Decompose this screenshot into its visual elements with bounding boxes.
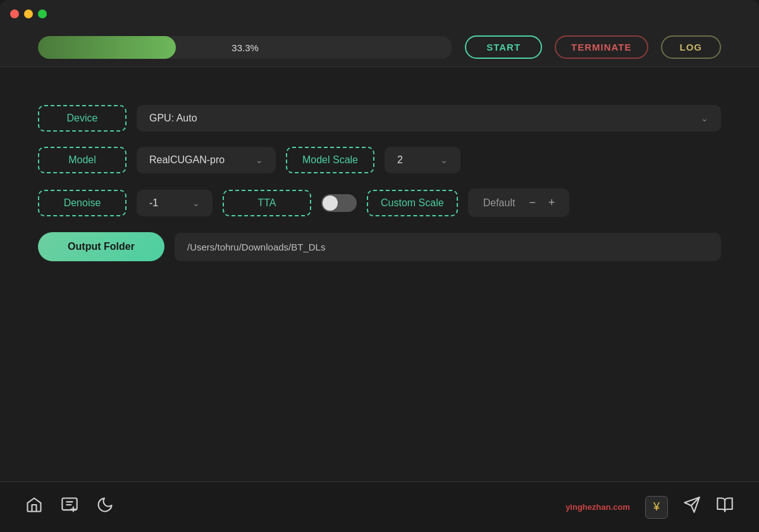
send-icon[interactable] <box>683 496 701 518</box>
custom-scale-value: Default <box>478 197 521 209</box>
progress-bar-container: 33.3% <box>38 36 452 59</box>
model-dropdown[interactable]: RealCUGAN-pro ⌄ <box>137 147 276 173</box>
close-button[interactable] <box>10 9 19 18</box>
top-bar: 33.3% START TERMINATE LOG <box>0 28 759 67</box>
bottom-left-icons <box>25 496 114 518</box>
moon-icon[interactable] <box>96 496 114 518</box>
model-scale-dropdown-arrow: ⌄ <box>440 155 448 165</box>
log-button[interactable]: LOG <box>661 35 722 59</box>
device-dropdown-arrow: ⌄ <box>701 113 708 123</box>
custom-scale-label: Custom Scale <box>367 190 458 216</box>
model-dropdown-arrow: ⌄ <box>256 155 263 165</box>
model-scale-label: Model Scale <box>286 147 374 173</box>
device-dropdown[interactable]: GPU: Auto ⌄ <box>137 105 721 132</box>
device-label: Device <box>38 105 126 132</box>
currency-icon[interactable]: ¥ <box>645 496 668 519</box>
denoise-row: Denoise -1 ⌄ TTA Custom Scale Default − … <box>38 189 721 217</box>
traffic-lights <box>10 9 47 18</box>
tta-label: TTA <box>223 190 311 216</box>
model-value: RealCUGAN-pro <box>149 154 225 166</box>
custom-scale-controls: Default − + <box>468 189 569 217</box>
model-row: Model RealCUGAN-pro ⌄ Model Scale 2 ⌄ <box>38 147 721 173</box>
denoise-dropdown[interactable]: -1 ⌄ <box>137 190 213 216</box>
denoise-dropdown-arrow: ⌄ <box>192 198 200 208</box>
scale-increment-button[interactable]: + <box>545 195 559 211</box>
output-folder-button[interactable]: Output Folder <box>38 232 164 261</box>
book-icon[interactable] <box>716 496 734 518</box>
tta-toggle[interactable] <box>321 194 357 212</box>
progress-text: 33.3% <box>231 42 259 53</box>
scale-decrement-button[interactable]: − <box>526 195 540 211</box>
main-content: Device GPU: Auto ⌄ Model RealCUGAN-pro ⌄… <box>0 67 759 481</box>
denoise-value: -1 <box>149 197 158 209</box>
progress-bar-fill <box>38 36 176 59</box>
minimize-button[interactable] <box>24 9 33 18</box>
home-icon[interactable] <box>25 496 43 518</box>
model-scale-value: 2 <box>397 154 403 166</box>
maximize-button[interactable] <box>38 9 47 18</box>
model-scale-dropdown[interactable]: 2 ⌄ <box>385 147 460 173</box>
denoise-label: Denoise <box>38 190 126 216</box>
terminate-button[interactable]: TERMINATE <box>555 35 648 59</box>
device-value: GPU: Auto <box>149 113 197 124</box>
bottom-right-icons: yinghezhan.com ¥ <box>565 496 734 519</box>
output-path: /Users/tohru/Downloads/BT_DLs <box>175 233 721 261</box>
bottom-bar: yinghezhan.com ¥ <box>0 481 759 532</box>
add-text-icon[interactable] <box>61 496 78 518</box>
svg-rect-0 <box>62 498 77 510</box>
device-row: Device GPU: Auto ⌄ <box>38 105 721 132</box>
brand-text: yinghezhan.com <box>565 502 630 512</box>
tta-toggle-knob <box>323 195 338 211</box>
model-label: Model <box>38 147 126 173</box>
start-button[interactable]: START <box>465 35 542 59</box>
output-folder-row: Output Folder /Users/tohru/Downloads/BT_… <box>38 232 721 261</box>
title-bar <box>0 0 759 28</box>
